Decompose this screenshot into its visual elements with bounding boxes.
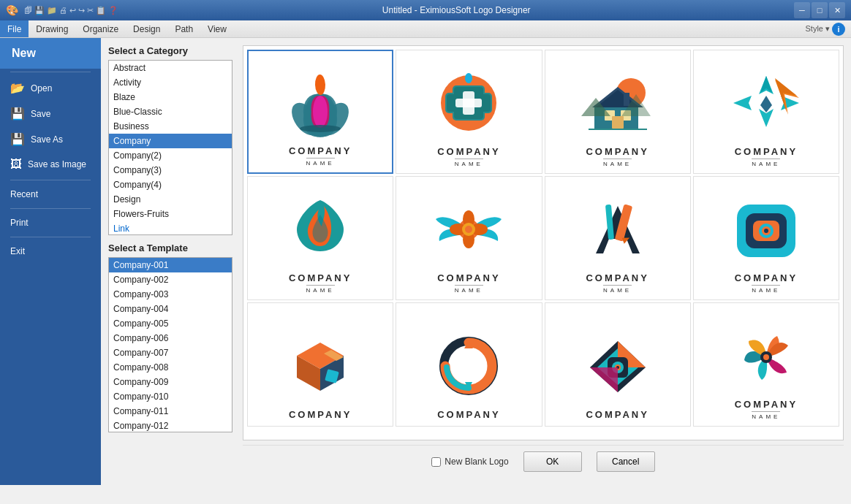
- file-sidebar: New 📂 Open 💾 Save 💾 Save As 🖼 Save as Im…: [0, 38, 101, 485]
- category-link[interactable]: Link: [109, 221, 232, 235]
- category-company-4[interactable]: Company(4): [109, 177, 232, 192]
- menu-organize[interactable]: Organize: [75, 20, 126, 37]
- save-button[interactable]: 💾 Save: [0, 101, 101, 126]
- template-010[interactable]: Company-010: [109, 389, 232, 404]
- exit-button[interactable]: Exit: [0, 240, 101, 262]
- cancel-button[interactable]: Cancel: [597, 451, 655, 472]
- main-layout: New 📂 Open 💾 Save 💾 Save As 🖼 Save as Im…: [0, 38, 851, 485]
- separator: [10, 72, 91, 72]
- logo-cell-1[interactable]: COMPANY NAME: [247, 50, 393, 174]
- category-business[interactable]: Business: [109, 119, 232, 134]
- logo-subname-2: NAME: [455, 159, 483, 167]
- close-button[interactable]: ✕: [829, 2, 845, 18]
- title-bar-left: 🎨 🗐 💾 📁 🖨 ↩ ↪ ✂ 📋 ❓: [6, 4, 118, 16]
- logo-grid-container[interactable]: COMPANY NAME: [243, 45, 844, 440]
- print-button[interactable]: Print: [0, 212, 101, 234]
- logo-svg-9: [284, 332, 357, 405]
- template-011[interactable]: Company-011: [109, 404, 232, 419]
- category-activity[interactable]: Activity: [109, 75, 232, 90]
- logo-name-6: COMPANY: [437, 272, 500, 283]
- window-controls: ─ □ ✕: [794, 2, 845, 18]
- logo-name-8: COMPANY: [735, 272, 798, 283]
- ok-button[interactable]: OK: [523, 451, 582, 472]
- svg-point-7: [313, 96, 328, 128]
- template-004[interactable]: Company-004: [109, 302, 232, 316]
- new-label: New: [12, 47, 36, 60]
- menu-drawing[interactable]: Drawing: [29, 20, 75, 37]
- template-005[interactable]: Company-005: [109, 316, 232, 331]
- logo-svg-4: [730, 69, 803, 142]
- logo-svg-3: [581, 69, 654, 142]
- exit-label: Exit: [10, 246, 25, 256]
- template-008[interactable]: Company-008: [109, 360, 232, 375]
- logo-cell-10[interactable]: COMPANY: [396, 302, 542, 427]
- template-001[interactable]: Company-001: [109, 258, 232, 272]
- logo-cell-6[interactable]: COMPANY NAME: [396, 176, 542, 300]
- save-as-icon: 💾: [10, 132, 25, 146]
- logo-cell-2[interactable]: COMPANY NAME: [396, 50, 542, 174]
- svg-rect-16: [455, 99, 482, 107]
- menu-view[interactable]: View: [200, 20, 234, 37]
- new-button[interactable]: New: [0, 38, 101, 69]
- recent-label: Recent: [10, 189, 38, 199]
- category-list[interactable]: Abstract Activity Blaze Blue-Classic Bus…: [108, 60, 232, 235]
- logo-name-11: COMPANY: [586, 409, 648, 420]
- logo-cell-4[interactable]: COMPANY NAME: [693, 50, 839, 174]
- category-design[interactable]: Design: [109, 192, 232, 207]
- save-as-image-button[interactable]: 🖼 Save as Image: [0, 152, 101, 177]
- blank-logo-checkbox-label[interactable]: New Blank Logo: [431, 457, 508, 467]
- template-list[interactable]: Company-001 Company-002 Company-003 Comp…: [108, 257, 232, 432]
- template-006[interactable]: Company-006: [109, 331, 232, 345]
- category-blue-classic[interactable]: Blue-Classic: [109, 104, 232, 119]
- logo-cell-11[interactable]: COMPANY: [545, 302, 691, 427]
- template-007[interactable]: Company-007: [109, 345, 232, 360]
- logo-cell-12[interactable]: COMPANY NAME: [693, 302, 839, 427]
- svg-rect-25: [612, 116, 624, 129]
- logo-cell-8[interactable]: COMPANY NAME: [693, 176, 839, 300]
- menu-design[interactable]: Design: [126, 20, 167, 37]
- logo-name-5: COMPANY: [289, 272, 352, 283]
- template-section: Select a Template Company-001 Company-00…: [108, 243, 232, 432]
- logo-name-2: COMPANY: [437, 146, 500, 157]
- category-company-3[interactable]: Company(3): [109, 163, 232, 177]
- recent-button[interactable]: Recent: [0, 183, 101, 205]
- logo-svg-2: [432, 69, 505, 142]
- template-title: Select a Template: [108, 243, 232, 253]
- two-col-layout: Select a Category Abstract Activity Blaz…: [108, 45, 844, 478]
- template-012[interactable]: Company-012: [109, 419, 232, 432]
- template-009[interactable]: Company-009: [109, 375, 232, 389]
- logo-subname-6: NAME: [455, 285, 483, 294]
- logo-subname-5: NAME: [306, 285, 335, 294]
- category-company[interactable]: Company: [109, 134, 232, 148]
- minimize-button[interactable]: ─: [794, 2, 810, 18]
- logo-subname-12: NAME: [752, 411, 780, 420]
- logo-svg-6: [432, 195, 505, 268]
- category-section: Select a Category Abstract Activity Blaz…: [108, 45, 232, 235]
- template-002[interactable]: Company-002: [109, 272, 232, 287]
- svg-point-44: [465, 226, 472, 233]
- info-icon[interactable]: i: [832, 23, 845, 36]
- logo-subname-8: NAME: [752, 285, 780, 294]
- maximize-button[interactable]: □: [812, 2, 828, 18]
- category-company-2[interactable]: Company(2): [109, 148, 232, 163]
- save-as-button[interactable]: 💾 Save As: [0, 126, 101, 152]
- svg-point-9: [300, 125, 341, 132]
- logo-name-3: COMPANY: [586, 146, 648, 157]
- logo-subname-1: NAME: [306, 158, 335, 167]
- open-icon: 📂: [10, 81, 25, 95]
- template-003[interactable]: Company-003: [109, 287, 232, 302]
- logo-svg-5: [284, 195, 357, 268]
- svg-marker-33: [733, 96, 752, 110]
- logo-cell-3[interactable]: COMPANY NAME: [545, 50, 691, 174]
- blank-logo-checkbox[interactable]: [431, 457, 441, 467]
- logo-svg-11: [581, 332, 654, 405]
- logo-cell-5[interactable]: COMPANY NAME: [247, 176, 393, 300]
- menu-file[interactable]: File: [0, 20, 29, 37]
- category-blaze[interactable]: Blaze: [109, 90, 232, 104]
- menu-path[interactable]: Path: [167, 20, 200, 37]
- logo-cell-7[interactable]: COMPANY NAME: [545, 176, 691, 300]
- category-flowers-fruits[interactable]: Flowers-Fruits: [109, 207, 232, 221]
- logo-cell-9[interactable]: COMPANY: [247, 302, 393, 427]
- open-button[interactable]: 📂 Open: [0, 75, 101, 101]
- category-abstract[interactable]: Abstract: [109, 61, 232, 75]
